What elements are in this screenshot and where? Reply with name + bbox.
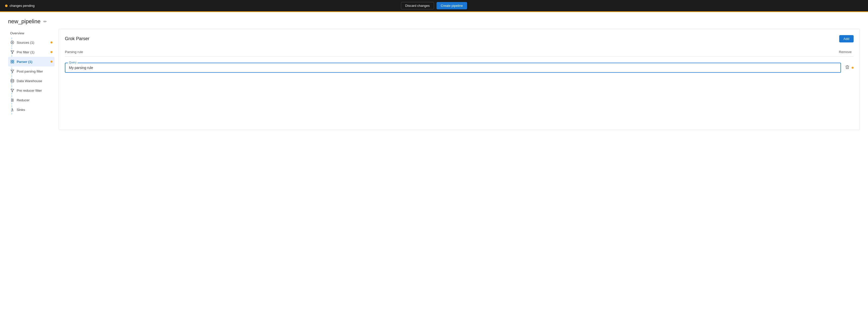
parser-icon [10,59,14,64]
sidebar: Overview Sources (1) [8,29,59,130]
sidebar-item-label: Data Warehouse [17,79,53,83]
sidebar-item-pre-reducer-filter[interactable]: Pre reducer filter [8,86,55,95]
sinks-icon [10,108,14,112]
sidebar-item-sources[interactable]: Sources (1) [8,38,55,47]
parser-badge [51,61,53,63]
sidebar-item-data-warehouse[interactable]: Data Warehouse [8,76,55,86]
pre-filter-badge [51,51,53,53]
sidebar-item-label: Sources (1) [17,41,49,44]
svg-marker-3 [11,51,14,54]
content-title: Grok Parser [65,36,89,41]
sidebar-item-label: Parser (1) [17,60,49,64]
svg-rect-7 [12,62,14,63]
query-field-wrapper[interactable]: Query [65,63,841,73]
sidebar-item-overview[interactable]: Overview [8,29,55,38]
svg-point-9 [11,79,14,80]
pre-filter-icon [10,50,14,54]
content-area: Grok Parser Add Parsing rule Remove Quer… [59,29,860,130]
parsing-rule-header: Parsing rule Remove [65,48,854,57]
page-title-area: new_pipeline ✏ [0,12,868,29]
create-pipeline-button[interactable]: Create pipeline [436,2,467,9]
row-actions [845,65,854,70]
svg-rect-6 [11,62,12,63]
reducer-icon [10,98,14,102]
sidebar-item-label: Pre reducer filter [17,89,53,92]
edit-icon[interactable]: ✏ [43,19,47,24]
status-label: changes pending [9,4,35,7]
content-header: Grok Parser Add [65,35,854,42]
pre-reducer-filter-icon [10,88,14,93]
sidebar-item-label: Sinks [17,108,53,112]
status-dot [5,4,7,7]
page-title: new_pipeline [8,18,40,25]
main-layout: Overview Sources (1) [0,29,868,130]
sidebar-item-label: Reducer [17,98,53,102]
sidebar-item-label: Post parsing filter [17,69,53,73]
sidebar-item-post-parsing-filter[interactable]: Post parsing filter [8,66,55,76]
add-button[interactable]: Add [839,35,854,42]
query-label: Query [68,61,78,64]
status-indicator: changes pending [5,4,35,7]
svg-rect-4 [11,60,12,61]
sources-badge [51,41,53,43]
remove-label: Remove [839,50,854,54]
discard-changes-button[interactable]: Discard changes [401,2,434,9]
delete-row-icon[interactable] [845,65,849,70]
sidebar-item-label: Overview [10,31,53,35]
sidebar-item-pre-filter[interactable]: Pre filter (1) [8,47,55,57]
sidebar-item-sinks[interactable]: Sinks [8,105,55,115]
data-warehouse-icon [10,79,14,83]
parsing-rule-label: Parsing rule [65,50,83,54]
svg-marker-10 [11,89,14,92]
query-input[interactable] [69,66,837,70]
row-badge-dot [851,67,854,69]
query-field-container: Query [65,63,841,73]
sidebar-item-reducer[interactable]: Reducer [8,95,55,105]
svg-rect-5 [12,60,14,61]
post-parsing-filter-icon [10,69,14,73]
parsing-row: Query [65,61,854,75]
top-bar: changes pending Discard changes Create p… [0,0,868,12]
sources-icon [10,40,14,45]
sidebar-item-parser[interactable]: Parser (1) [8,57,55,66]
sidebar-item-label: Pre filter (1) [17,50,49,54]
svg-marker-8 [11,70,14,73]
top-bar-actions: Discard changes Create pipeline [401,2,467,9]
